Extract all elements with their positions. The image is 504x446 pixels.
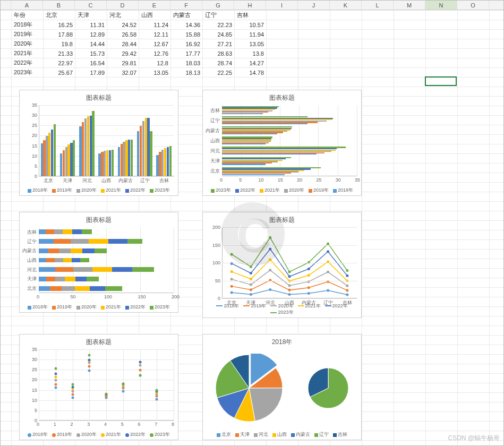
bar[interactable]	[46, 136, 48, 176]
scatter-point[interactable]	[122, 382, 124, 385]
table-cell[interactable]: 14.78	[235, 68, 267, 78]
bar[interactable]	[79, 126, 81, 176]
bar-segment[interactable]	[73, 267, 92, 272]
bar[interactable]	[48, 133, 50, 176]
bar[interactable]	[123, 142, 125, 176]
column-header[interactable]: E	[139, 1, 170, 10]
bar[interactable]	[159, 152, 161, 176]
scatter-point[interactable]	[71, 385, 74, 388]
table-header-cell[interactable]: 河北	[107, 11, 139, 20]
bar-segment[interactable]	[63, 229, 72, 234]
bar-segment[interactable]	[127, 239, 142, 244]
bar-segment[interactable]	[46, 229, 54, 234]
column-header[interactable]: O	[457, 1, 489, 10]
bar-segment[interactable]	[63, 258, 72, 263]
bar[interactable]	[63, 150, 65, 176]
scatter-point[interactable]	[71, 396, 74, 399]
table-cell[interactable]: 12.67	[139, 39, 171, 49]
bar-segment[interactable]	[89, 239, 108, 244]
bar[interactable]	[65, 147, 67, 176]
bar-segment[interactable]	[48, 248, 59, 253]
bar-segment[interactable]	[71, 239, 89, 244]
bar-segment[interactable]	[82, 229, 92, 234]
table-header-cell[interactable]: 年份	[12, 11, 44, 20]
bar[interactable]	[128, 140, 130, 176]
scatter-point[interactable]	[88, 370, 91, 372]
bar[interactable]	[70, 143, 72, 176]
table-cell[interactable]: 22.97	[44, 58, 75, 68]
bar[interactable]	[222, 123, 307, 124]
bar[interactable]	[222, 143, 266, 144]
bar-segment[interactable]	[71, 248, 83, 253]
bar-segment[interactable]	[72, 229, 82, 234]
column-header[interactable]: H	[234, 1, 266, 10]
bar[interactable]	[87, 116, 89, 176]
table-cell[interactable]: 17.88	[44, 30, 75, 39]
table-cell[interactable]: 11.94	[235, 30, 267, 39]
table-cell[interactable]: 22.25	[203, 68, 235, 78]
table-cell[interactable]: 13.05	[235, 39, 267, 49]
scatter-point[interactable]	[156, 389, 158, 392]
table-cell[interactable]: 24.52	[107, 20, 139, 30]
scatter-point[interactable]	[139, 361, 141, 363]
bar[interactable]	[222, 174, 285, 175]
bar-segment[interactable]	[50, 286, 62, 291]
bar[interactable]	[101, 152, 103, 176]
table-cell[interactable]: 28.63	[203, 49, 235, 58]
table-cell[interactable]: 17.89	[75, 68, 107, 78]
table-cell[interactable]: 14.44	[75, 39, 107, 49]
bar-segment[interactable]	[112, 267, 132, 272]
chart-bar-vertical[interactable]: 图表标题 05101520253035北京天津河北山西内蒙古辽宁吉林 2018年…	[19, 90, 178, 196]
bar[interactable]	[142, 121, 144, 176]
table-cell[interactable]: 16.25	[44, 20, 75, 30]
table-cell[interactable]: 17.77	[171, 49, 203, 58]
column-header[interactable]: N	[425, 1, 457, 10]
scatter-point[interactable]	[156, 398, 158, 400]
bar[interactable]	[67, 144, 70, 176]
bar[interactable]	[161, 150, 164, 176]
table-header-cell[interactable]: 辽宁	[203, 11, 235, 20]
table-header-cell[interactable]: 山西	[139, 11, 171, 20]
table-cell[interactable]: 18.13	[171, 68, 203, 78]
bar[interactable]	[60, 153, 62, 176]
bar-segment[interactable]	[82, 248, 95, 253]
bar[interactable]	[222, 164, 266, 165]
table-cell[interactable]: 12.8	[139, 58, 171, 68]
chart-scatter[interactable]: 图表标题 05101520253035012345678 2018年2019年2…	[19, 334, 178, 440]
bar-segment[interactable]	[80, 258, 89, 263]
bar[interactable]	[222, 153, 317, 155]
bar-segment[interactable]	[46, 258, 54, 263]
bar-segment[interactable]	[39, 239, 54, 244]
bar-segment[interactable]	[92, 267, 112, 272]
scatter-point[interactable]	[88, 358, 91, 361]
scatter-point[interactable]	[54, 367, 57, 370]
bar[interactable]	[222, 113, 263, 114]
table-cell[interactable]: 14.27	[235, 58, 267, 68]
bar-segment[interactable]	[95, 248, 107, 253]
bar[interactable]	[43, 140, 45, 176]
bar[interactable]	[98, 153, 100, 176]
bar-segment[interactable]	[54, 239, 71, 244]
bar-segment[interactable]	[108, 239, 127, 244]
bar[interactable]	[118, 147, 120, 176]
table-cell[interactable]: 11.24	[139, 20, 171, 30]
bar-segment[interactable]	[90, 286, 105, 291]
scatter-point[interactable]	[105, 393, 108, 396]
column-header[interactable]: C	[75, 1, 107, 10]
bar[interactable]	[104, 151, 106, 177]
table-header-cell[interactable]: 内蒙古	[171, 11, 203, 20]
bar-segment[interactable]	[39, 286, 50, 291]
table-cell[interactable]: 24.85	[203, 30, 235, 39]
chart-bar-stacked[interactable]: 图表标题 050100150200吉林辽宁内蒙古山西河北天津北京 2018年20…	[19, 212, 178, 313]
bar-segment[interactable]	[39, 277, 46, 281]
column-header[interactable]: M	[394, 1, 425, 10]
bar[interactable]	[92, 111, 94, 176]
column-header[interactable]: L	[362, 1, 394, 10]
table-cell[interactable]: 13.8	[235, 49, 267, 58]
bar[interactable]	[82, 122, 84, 176]
bar[interactable]	[109, 150, 111, 176]
table-cell[interactable]: 28.44	[107, 39, 139, 49]
table-header-cell[interactable]: 天津	[75, 11, 107, 20]
bar[interactable]	[145, 118, 147, 176]
bar-segment[interactable]	[55, 267, 73, 272]
